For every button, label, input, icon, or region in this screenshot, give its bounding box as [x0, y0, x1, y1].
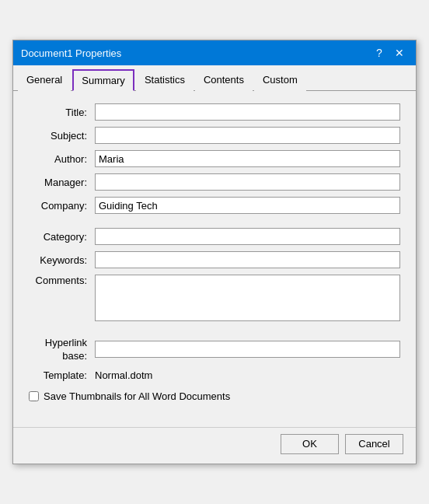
subject-input[interactable]	[95, 127, 400, 144]
author-label: Author:	[29, 153, 95, 165]
subject-row: Subject:	[29, 127, 400, 144]
comments-label: Comments:	[29, 275, 95, 286]
ok-button[interactable]: OK	[281, 434, 339, 454]
button-bar: OK Cancel	[13, 427, 416, 464]
tab-statistics[interactable]: Statistics	[136, 69, 194, 91]
help-button[interactable]: ?	[371, 44, 388, 61]
comments-row: Comments:	[29, 275, 400, 321]
category-row: Category:	[29, 228, 400, 245]
comments-input[interactable]	[95, 275, 400, 321]
title-bar-controls: ? ✕	[371, 44, 408, 61]
keywords-label: Keywords:	[29, 254, 95, 266]
subject-label: Subject:	[29, 130, 95, 142]
company-input[interactable]	[95, 197, 400, 214]
author-input[interactable]	[95, 150, 400, 167]
keywords-row: Keywords:	[29, 251, 400, 268]
category-label: Category:	[29, 231, 95, 243]
company-label: Company:	[29, 200, 95, 212]
checkbox-row: Save Thumbnails for All Word Documents	[29, 390, 400, 402]
title-row: Title:	[29, 103, 400, 121]
form-content: Title: Subject: Author: Manager: Company…	[13, 91, 416, 427]
keywords-input[interactable]	[95, 251, 400, 268]
company-row: Company:	[29, 197, 400, 214]
template-label: Template:	[29, 369, 95, 381]
category-input[interactable]	[95, 228, 400, 245]
hyperlink-row: Hyperlinkbase:	[29, 335, 400, 363]
tab-contents[interactable]: Contents	[195, 69, 253, 91]
tab-summary[interactable]: Summary	[72, 69, 134, 91]
title-bar: Document1 Properties ? ✕	[13, 40, 416, 65]
template-value: Normal.dotm	[95, 369, 152, 381]
hyperlink-input[interactable]	[95, 341, 400, 358]
author-row: Author:	[29, 150, 400, 167]
title-label: Title:	[29, 107, 95, 118]
manager-label: Manager:	[29, 177, 95, 188]
cancel-button[interactable]: Cancel	[345, 434, 403, 454]
template-row: Template: Normal.dotm	[29, 369, 400, 381]
tab-bar: General Summary Statistics Contents Cust…	[13, 65, 416, 91]
save-thumbnails-checkbox[interactable]	[29, 391, 39, 401]
manager-input[interactable]	[95, 173, 400, 191]
title-input[interactable]	[95, 103, 400, 121]
save-thumbnails-label[interactable]: Save Thumbnails for All Word Documents	[44, 390, 230, 402]
dialog-title: Document1 Properties	[21, 47, 121, 59]
tab-custom[interactable]: Custom	[254, 69, 306, 91]
dialog-window: Document1 Properties ? ✕ General Summary…	[12, 40, 417, 464]
tab-general[interactable]: General	[18, 69, 71, 91]
hyperlink-label: Hyperlinkbase:	[29, 335, 95, 363]
manager-row: Manager:	[29, 173, 400, 191]
close-button[interactable]: ✕	[391, 44, 408, 61]
